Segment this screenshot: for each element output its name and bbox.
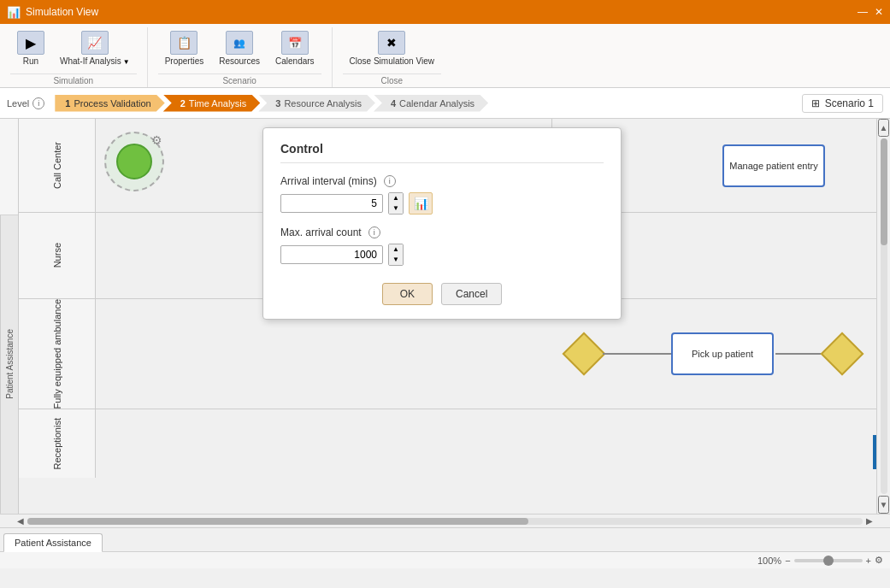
scenario-grid-icon: ⊞ — [811, 97, 820, 109]
lane-receptionist: Receptionist — [19, 409, 876, 478]
zoom-slider[interactable] — [794, 559, 863, 562]
resources-icon: 👥 — [226, 31, 253, 55]
dialog-title: Control — [280, 142, 604, 163]
bottom-tab-bar: Patient Assistance — [0, 527, 890, 551]
max-arrival-spin: ▲ ▼ — [388, 244, 404, 266]
connector-2 — [775, 353, 827, 355]
max-arrival-spin-down[interactable]: ▼ — [389, 255, 403, 265]
what-if-button[interactable]: 📈 What-If Analysis ▼ — [53, 27, 137, 70]
step-2[interactable]: 2 Time Analysis — [163, 95, 261, 112]
group-label-container: Patient Assistance — [0, 119, 19, 514]
scroll-left-button[interactable]: ◀ — [14, 516, 27, 526]
close-simulation-button[interactable]: ✖ Close Simulation View — [343, 27, 441, 70]
arrival-chart-button[interactable]: 📊 — [409, 192, 433, 215]
scroll-right-button[interactable]: ▶ — [863, 516, 876, 526]
close-icon[interactable]: ✕ — [875, 6, 883, 18]
zoom-minus-button[interactable]: − — [785, 556, 790, 566]
arrival-interval-input-row: ▲ ▼ 📊 — [280, 192, 604, 215]
resources-button[interactable]: 👥 Resources — [212, 27, 267, 70]
arrival-spin-down[interactable]: ▼ — [389, 203, 403, 214]
call-center-label-container: Call Center — [19, 119, 96, 212]
gear-icon: ⚙ — [151, 133, 162, 147]
patient-assistance-group-label: Patient Assistance — [0, 215, 18, 514]
arrival-interval-input[interactable] — [280, 194, 383, 213]
patient-assistance-tab[interactable]: Patient Assistance — [3, 533, 103, 552]
calendars-button[interactable]: 📅 Calendars — [268, 27, 321, 70]
step-3[interactable]: 3 Resource Analysis — [258, 95, 375, 112]
ribbon-group-close: ✖ Close Simulation View Close — [333, 27, 451, 87]
app-icon: 📊 — [7, 6, 21, 19]
step-1-label: Process Validation — [74, 98, 150, 109]
v-scroll-track[interactable] — [881, 138, 887, 494]
manage-patient-node[interactable]: Manage patient entry — [722, 144, 825, 187]
resources-label: Resources — [219, 56, 260, 67]
arrival-interval-label: Arrival interval (mins) i — [280, 175, 604, 187]
what-if-icon: 📈 — [81, 31, 109, 55]
ok-button[interactable]: OK — [382, 283, 433, 305]
close-buttons: ✖ Close Simulation View — [343, 27, 441, 74]
pick-up-patient-node[interactable]: Pick up patient — [671, 332, 774, 375]
lanes-wrapper: Patient Assistance Call Center ⚙ — [0, 119, 876, 514]
ribbon-group-scenario: 📋 Properties 👥 Resources 📅 Calendars Sce… — [148, 27, 333, 87]
what-if-dropdown-arrow: ▼ — [123, 58, 130, 66]
scroll-down-button[interactable]: ▼ — [878, 496, 890, 514]
h-scroll-track[interactable] — [27, 518, 863, 525]
max-arrival-group: Max. arrival count i ▲ ▼ — [280, 226, 604, 266]
properties-icon: 📋 — [170, 31, 197, 55]
canvas-area: Patient Assistance Call Center ⚙ — [0, 119, 890, 514]
control-dialog: Control Arrival interval (mins) i ▲ — [177, 119, 622, 320]
call-center-label: Call Center — [52, 142, 62, 189]
max-arrival-input[interactable] — [280, 245, 383, 264]
calendars-label: Calendars — [275, 56, 315, 67]
status-bar: 100% − + ⚙ — [0, 551, 890, 568]
gateway-diamond-1[interactable] — [569, 338, 599, 369]
receptionist-label: Receptionist — [52, 418, 62, 470]
ribbon: ▶ Run 📈 What-If Analysis ▼ Simulation — [0, 24, 890, 88]
zoom-plus-button[interactable]: + — [866, 556, 871, 566]
ribbon-group-simulation: ▶ Run 📈 What-If Analysis ▼ Simulation — [7, 27, 148, 87]
dialog-box: Control Arrival interval (mins) i ▲ — [262, 127, 622, 320]
receptionist-content — [96, 409, 876, 478]
minimize-icon[interactable]: — — [858, 6, 868, 18]
run-icon: ▶ — [17, 31, 44, 55]
step-2-num: 2 — [180, 98, 186, 109]
lane-call-center: Call Center ⚙ Control — [19, 119, 876, 213]
step-3-label: Resource Analysis — [284, 98, 362, 109]
zoom-level: 100% — [757, 556, 781, 566]
zoom-settings-icon[interactable]: ⚙ — [875, 555, 883, 566]
start-node-inner — [116, 144, 152, 179]
scroll-up-button[interactable]: ▲ — [878, 119, 890, 137]
simulation-group-label: Simulation — [10, 74, 137, 87]
max-arrival-input-row: ▲ ▼ — [280, 244, 604, 266]
arrival-info-icon: i — [384, 175, 396, 187]
zoom-thumb — [823, 556, 834, 566]
step-2-label: Time Analysis — [189, 98, 246, 109]
receptionist-label-container: Receptionist — [19, 409, 96, 478]
run-button[interactable]: ▶ Run — [10, 27, 51, 70]
properties-button[interactable]: 📋 Properties — [158, 27, 211, 70]
scenario-group-label: Scenario — [158, 74, 321, 87]
arrival-interval-group: Arrival interval (mins) i ▲ ▼ — [280, 175, 604, 215]
h-scroll-thumb — [27, 518, 528, 525]
window-title: Simulation View — [26, 6, 98, 18]
title-bar: 📊 Simulation View — ✕ — [0, 0, 890, 24]
horizontal-scrollbar: ◀ ▶ — [0, 514, 890, 527]
step-3-num: 3 — [275, 98, 280, 109]
vertical-scrollbar: ▲ ▼ — [876, 119, 890, 514]
start-node-container: ⚙ — [104, 132, 164, 191]
close-sim-label: Close Simulation View — [350, 56, 434, 67]
steps: 1 Process Validation 2 Time Analysis 3 R… — [55, 95, 486, 112]
step-4[interactable]: 4 Calendar Analysis — [374, 95, 488, 112]
properties-label: Properties — [165, 56, 204, 67]
arrival-spin-up[interactable]: ▲ — [389, 193, 403, 203]
step-1[interactable]: 1 Process Validation — [55, 95, 164, 112]
cancel-button[interactable]: Cancel — [441, 283, 502, 305]
steps-bar: Level i 1 Process Validation 2 Time Anal… — [0, 88, 890, 119]
max-arrival-info-icon: i — [368, 226, 380, 238]
close-group-label: Close — [343, 74, 441, 87]
max-arrival-label: Max. arrival count i — [280, 226, 604, 238]
gateway-diamond-2[interactable] — [827, 338, 858, 369]
max-arrival-spin-up[interactable]: ▲ — [389, 244, 403, 255]
level-info: Level i — [7, 97, 44, 109]
ambulance-label: Fully equipped ambulance — [52, 299, 62, 409]
